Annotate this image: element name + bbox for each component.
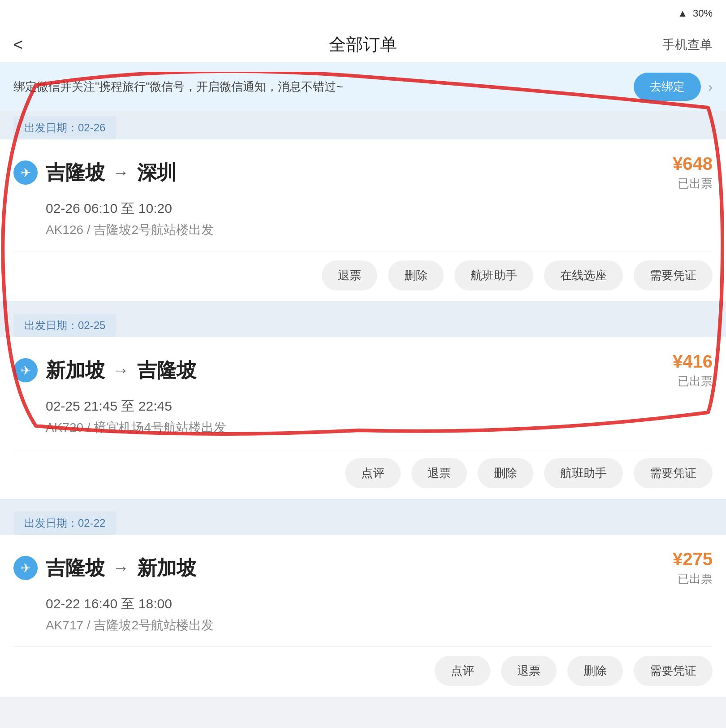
flight-to-1: 深圳 [137, 160, 177, 186]
need-voucher-button-3[interactable]: 需要凭证 [634, 656, 713, 686]
flight-status-1: 已出票 [673, 176, 713, 191]
review-button-2[interactable]: 点评 [345, 458, 401, 488]
page-title: 全部订单 [329, 33, 397, 56]
flight-info-2: AK720 / 樟宜机场4号航站楼出发 [46, 419, 713, 436]
refund-button-2[interactable]: 退票 [411, 458, 467, 488]
banner-text: 绑定微信并关注"携程旅行"微信号，开启微信通知，消息不错过~ [13, 79, 625, 95]
flight-arrow-2: → [113, 361, 129, 380]
flight-plane-icon-2: ✈ [13, 358, 38, 382]
delete-button-2[interactable]: 删除 [478, 458, 533, 488]
wifi-icon: ▲ [678, 8, 687, 19]
flight-details-2: 02-25 21:45 至 22:45 AK720 / 樟宜机场4号航站楼出发 [46, 397, 713, 436]
flight-assistant-button-1[interactable]: 航班助手 [454, 260, 533, 290]
flight-status-2: 已出票 [673, 373, 713, 389]
back-button[interactable]: < [13, 35, 23, 54]
flight-details-3: 02-22 16:40 至 18:00 AK717 / 吉隆坡2号航站楼出发 [46, 595, 713, 634]
refund-button-1[interactable]: 退票 [322, 260, 377, 290]
flight-arrow-1: → [113, 163, 129, 182]
action-buttons-1: 退票 删除 航班助手 在线选座 需要凭证 [13, 251, 713, 290]
date-label-2: 出发日期：02-25 [13, 314, 116, 337]
delete-button-1[interactable]: 删除 [388, 260, 444, 290]
status-icons: ▲ 30% [678, 8, 713, 19]
flight-section-2: 出发日期：02-25 ✈ 新加坡 → 吉隆坡 ¥416 已出票 02-25 21… [0, 308, 726, 499]
flight-from-3: 吉隆坡 [46, 555, 105, 581]
need-voucher-button-2[interactable]: 需要凭证 [634, 458, 713, 488]
flight-time-1: 02-26 06:10 至 10:20 [46, 199, 713, 218]
flight-route-2: ✈ 新加坡 → 吉隆坡 [13, 357, 196, 384]
flight-route-3: ✈ 吉隆坡 → 新加坡 [13, 555, 196, 581]
mobile-query-link[interactable]: 手机查单 [662, 36, 713, 53]
flight-card-2: ✈ 新加坡 → 吉隆坡 ¥416 已出票 02-25 21:45 至 22:45… [0, 337, 726, 499]
flight-from-1: 吉隆坡 [46, 160, 105, 186]
flight-to-3: 新加坡 [137, 555, 196, 581]
flight-price-3: ¥275 [673, 549, 713, 569]
flight-time-3: 02-22 16:40 至 18:00 [46, 595, 713, 613]
delete-button-3[interactable]: 删除 [567, 656, 623, 686]
review-button-3[interactable]: 点评 [435, 656, 490, 686]
flight-price-2: ¥416 [673, 351, 713, 372]
flight-price-1: ¥648 [673, 154, 713, 174]
date-section-1: 出发日期：02-26 [0, 111, 726, 139]
flight-price-area-3: ¥275 已出票 [673, 549, 713, 587]
flight-plane-icon-1: ✈ [13, 160, 38, 185]
flight-to-2: 吉隆坡 [137, 357, 196, 384]
flight-price-area-2: ¥416 已出票 [673, 351, 713, 389]
date-section-3: 出发日期：02-22 [0, 506, 726, 535]
flight-header-1: ✈ 吉隆坡 → 深圳 ¥648 已出票 [13, 154, 713, 191]
flight-details-1: 02-26 06:10 至 10:20 AK126 / 吉隆坡2号航站楼出发 [46, 199, 713, 238]
flight-section-1: 出发日期：02-26 ✈ 吉隆坡 → 深圳 ¥648 已出票 02-26 06:… [0, 111, 726, 301]
flight-price-area-1: ¥648 已出票 [673, 154, 713, 191]
flight-info-1: AK126 / 吉隆坡2号航站楼出发 [46, 221, 713, 238]
date-section-2: 出发日期：02-25 [0, 308, 726, 337]
select-seat-button-1[interactable]: 在线选座 [544, 260, 623, 290]
banner-close-icon[interactable]: › [708, 79, 713, 95]
flight-section-3: 出发日期：02-22 ✈ 吉隆坡 → 新加坡 ¥275 已出票 02-22 16… [0, 506, 726, 697]
flight-plane-icon-3: ✈ [13, 556, 38, 580]
flight-info-3: AK717 / 吉隆坡2号航站楼出发 [46, 617, 713, 634]
flight-card-1: ✈ 吉隆坡 → 深圳 ¥648 已出票 02-26 06:10 至 10:20 … [0, 139, 726, 301]
action-buttons-2: 点评 退票 删除 航班助手 需要凭证 [13, 449, 713, 488]
flight-status-3: 已出票 [673, 571, 713, 587]
date-label-1: 出发日期：02-26 [13, 116, 116, 139]
bind-wechat-button[interactable]: 去绑定 [634, 73, 701, 101]
action-buttons-3: 点评 退票 删除 需要凭证 [13, 646, 713, 686]
flight-time-2: 02-25 21:45 至 22:45 [46, 397, 713, 416]
need-voucher-button-1[interactable]: 需要凭证 [634, 260, 713, 290]
flight-header-3: ✈ 吉隆坡 → 新加坡 ¥275 已出票 [13, 549, 713, 587]
flight-header-2: ✈ 新加坡 → 吉隆坡 ¥416 已出票 [13, 351, 713, 389]
wechat-banner: 绑定微信并关注"携程旅行"微信号，开启微信通知，消息不错过~ 去绑定 › [0, 63, 726, 111]
flight-card-3: ✈ 吉隆坡 → 新加坡 ¥275 已出票 02-22 16:40 至 18:00… [0, 535, 726, 697]
card-divider-1 [0, 301, 726, 308]
flight-route-1: ✈ 吉隆坡 → 深圳 [13, 160, 177, 186]
flight-from-2: 新加坡 [46, 357, 105, 384]
refund-button-3[interactable]: 退票 [501, 656, 557, 686]
flight-arrow-3: → [113, 559, 129, 577]
date-label-3: 出发日期：02-22 [13, 511, 116, 535]
status-bar: ▲ 30% [0, 0, 726, 27]
battery-label: 30% [693, 8, 713, 19]
flight-assistant-button-2[interactable]: 航班助手 [544, 458, 623, 488]
card-divider-2 [0, 499, 726, 506]
header: < 全部订单 手机查单 [0, 27, 726, 63]
